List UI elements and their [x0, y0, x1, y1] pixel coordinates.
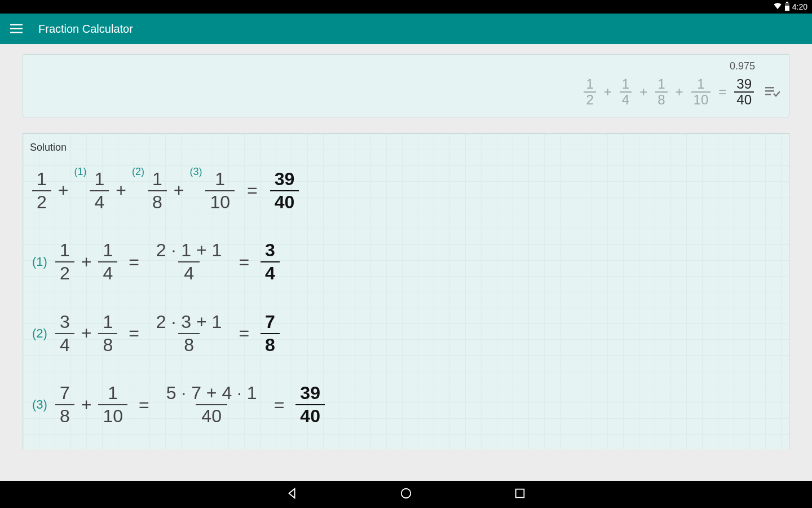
plus-op: + [602, 84, 614, 100]
svg-rect-0 [786, 2, 788, 3]
nav-home-icon[interactable] [400, 487, 412, 502]
hamburger-icon[interactable] [10, 24, 23, 34]
svg-rect-10 [516, 489, 524, 498]
step-fraction-a: 7 8 [55, 382, 74, 427]
app-title: Fraction Calculator [38, 23, 133, 36]
step-ref: (2) [132, 166, 144, 178]
plus-op: + [113, 180, 129, 201]
equals-op: = [716, 84, 729, 100]
svg-rect-3 [10, 24, 23, 25]
equals-op: = [272, 395, 287, 415]
plus-op: + [171, 180, 187, 201]
wifi-icon [773, 2, 782, 12]
step-answer: 7 8 [261, 311, 280, 356]
summary-row: 1 2 + (1) 1 4 + (2) 1 8 + (3) 1 10 = 3 [30, 168, 782, 213]
step-work: 2 · 3 + 1 8 [151, 311, 228, 356]
svg-rect-4 [10, 28, 23, 29]
status-time: 4:20 [792, 2, 807, 11]
plus-op: + [79, 323, 94, 344]
svg-rect-2 [785, 6, 789, 11]
nav-back-icon[interactable] [286, 487, 298, 502]
svg-rect-8 [765, 94, 771, 95]
step-row: (3) 7 8 + 1 10 = 5 · 7 + 4 · 1 40 = 39 4… [30, 382, 782, 427]
nav-recent-icon[interactable] [514, 487, 526, 502]
summary-fraction: 1 8 [148, 168, 167, 213]
decimal-result: 0.975 [730, 60, 780, 72]
step-ref: (1) [74, 166, 86, 178]
plus-op: + [637, 84, 650, 100]
plus-op: + [673, 84, 686, 100]
step-label: (3) [32, 397, 47, 412]
step-fraction-b: 1 8 [98, 311, 117, 356]
status-bar: 4:20 [0, 0, 812, 14]
input-fraction: 1 2 [584, 77, 595, 108]
step-ref: (3) [189, 166, 202, 178]
plus-op: + [56, 180, 71, 201]
summary-fraction: 1 4 [90, 168, 109, 213]
step-fraction-a: 3 4 [55, 311, 74, 356]
step-answer: 3 4 [261, 239, 280, 284]
nav-bar [0, 481, 812, 508]
battery-icon [784, 2, 790, 12]
result-card: 0.975 1 2 + 1 4 + 1 8 + 1 10 = 39 [23, 54, 789, 117]
svg-rect-5 [10, 32, 23, 33]
equals-op: = [126, 323, 142, 344]
svg-rect-7 [765, 90, 774, 92]
svg-point-9 [401, 489, 411, 498]
step-row: (2) 3 4 + 1 8 = 2 · 3 + 1 8 = 7 8 [30, 311, 782, 356]
plus-op: + [79, 252, 94, 273]
playlist-check-icon[interactable] [765, 86, 780, 98]
step-fraction-a: 1 2 [55, 239, 74, 284]
svg-rect-6 [765, 87, 774, 89]
equation-row: 1 2 + 1 4 + 1 8 + 1 10 = 39 40 [584, 77, 780, 108]
summary-fraction: 1 10 [205, 168, 235, 213]
step-label: (2) [32, 326, 47, 341]
step-row: (1) 1 2 + 1 4 = 2 · 1 + 1 4 = 3 4 [30, 239, 782, 284]
step-fraction-b: 1 4 [98, 239, 117, 284]
result-fraction: 39 40 [734, 77, 754, 108]
solution-card: Solution 1 2 + (1) 1 4 + (2) 1 8 + (3) 1 [23, 133, 789, 449]
equals-op: = [236, 252, 251, 273]
equals-op: = [236, 323, 251, 344]
equals-op: = [245, 180, 260, 201]
input-fraction: 1 4 [620, 77, 632, 108]
input-fraction: 1 10 [691, 77, 711, 108]
step-answer: 39 40 [295, 382, 325, 427]
equals-op: = [126, 252, 142, 273]
app-bar: Fraction Calculator [0, 14, 812, 44]
step-work: 2 · 1 + 1 4 [151, 239, 228, 284]
step-label: (1) [32, 255, 47, 269]
summary-fraction: 1 2 [32, 168, 51, 213]
plus-op: + [79, 395, 94, 415]
equals-op: = [136, 395, 152, 415]
step-fraction-b: 1 10 [98, 382, 127, 427]
input-fraction: 1 8 [655, 77, 667, 108]
solution-title: Solution [30, 142, 782, 154]
step-work: 5 · 7 + 4 · 1 40 [161, 382, 263, 427]
summary-answer: 39 40 [270, 168, 299, 213]
